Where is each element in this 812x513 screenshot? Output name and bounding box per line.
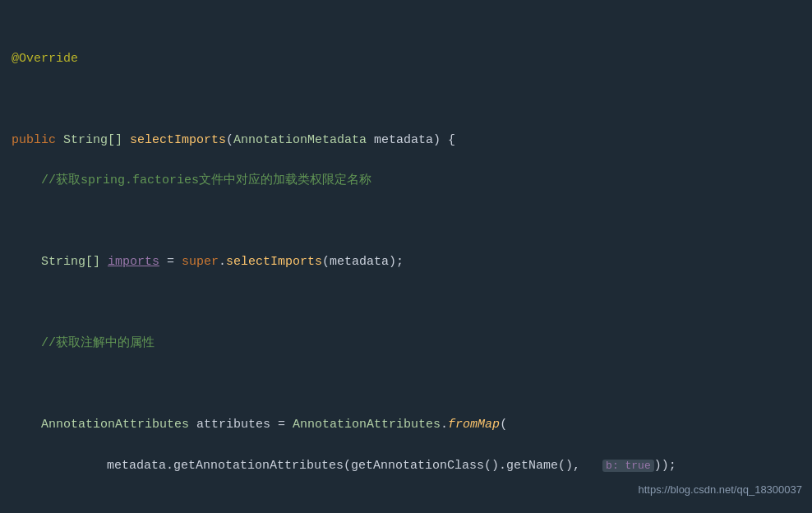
params: ( [226, 133, 233, 147]
blank3 [12, 296, 19, 310]
blank5 [12, 499, 19, 513]
method-name: selectImports [130, 133, 226, 147]
url-bar: https://blog.csdn.net/qq_18300037 [639, 481, 803, 498]
public-kw: public [12, 133, 63, 147]
comment1: //获取spring.factories文件中对应的加载类权限定名称 [41, 173, 371, 187]
closing-parens: )); [654, 459, 676, 473]
anno-type2: AnnotationAttributes [293, 418, 441, 432]
blank4 [12, 377, 19, 391]
meta-call: (metadata); [322, 255, 404, 269]
select-imports-call: selectImports [226, 255, 322, 269]
b-hint: b: true [602, 460, 654, 472]
from-map-method: fromMap [448, 418, 500, 432]
annotation: @Override [12, 52, 78, 66]
return-type: String[] [63, 133, 130, 147]
anno-type: AnnotationAttributes [41, 418, 196, 432]
blank2 [12, 215, 19, 229]
string-type: String[] [41, 255, 108, 269]
attrs-assign: attributes = [196, 418, 293, 432]
dot1: . [219, 255, 226, 269]
super-kw: super [182, 255, 219, 269]
imports-var: imports [108, 255, 159, 269]
comment2: //获取注解中的属性 [41, 336, 155, 350]
code-container: @Override public String[] selectImports(… [8, 8, 812, 505]
paren1: ( [500, 418, 507, 432]
blank-line [12, 92, 19, 106]
param-name-text: metadata) { [374, 133, 455, 147]
eq1: = [159, 255, 182, 269]
dot2: . [441, 418, 448, 432]
param-type: AnnotationMetadata [233, 133, 374, 147]
meta-get-call: metadata.getAnnotationAttributes(getAnno… [107, 459, 602, 473]
